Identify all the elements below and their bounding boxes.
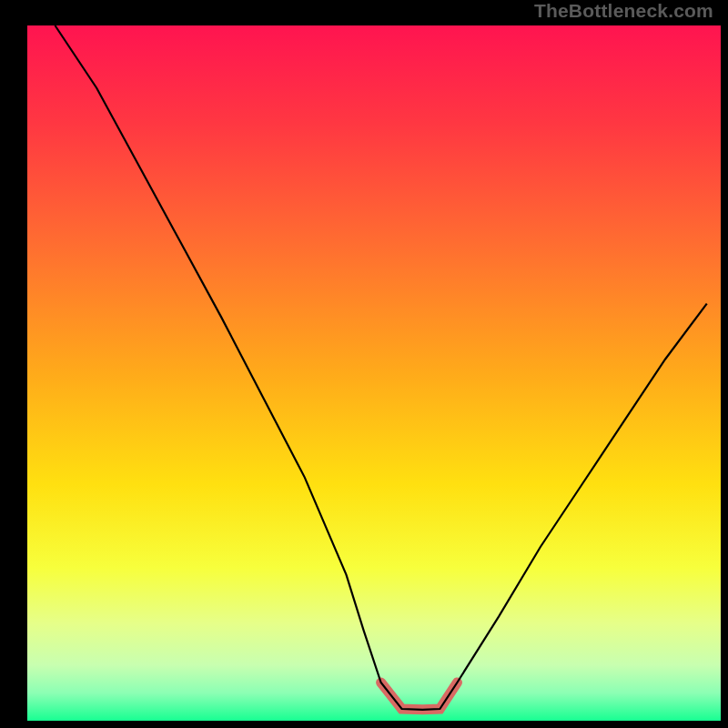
watermark-text: TheBottleneck.com — [534, 0, 713, 22]
bottleneck-plot — [0, 0, 728, 728]
chart-frame: TheBottleneck.com — [0, 0, 728, 728]
gradient-background — [27, 25, 721, 721]
